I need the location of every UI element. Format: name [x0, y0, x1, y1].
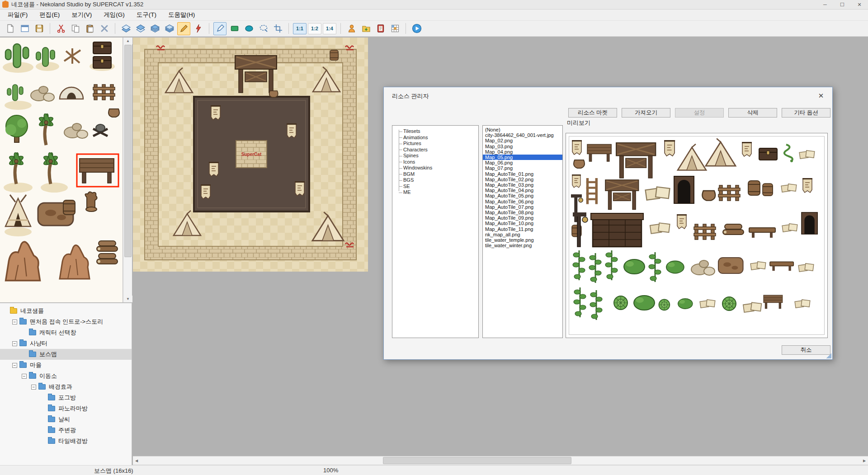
crop-tool-icon[interactable] — [271, 22, 284, 35]
category-characters[interactable]: Characters — [403, 147, 478, 153]
file-item[interactable]: Map_AutoTile_01.png — [483, 171, 562, 177]
cancel-button[interactable]: 취소 — [782, 345, 830, 355]
tree-item[interactable]: 타일배경방 — [0, 436, 132, 447]
tree-item[interactable]: 보스맵 — [0, 349, 132, 360]
file-item[interactable]: Map_04.png — [483, 149, 562, 155]
file-item[interactable]: Map_AutoTile_11.png — [483, 226, 562, 232]
category-pictures[interactable]: Pictures — [403, 141, 478, 147]
file-item[interactable]: Map_02.png — [483, 138, 562, 143]
tree-item[interactable]: −배경효과 — [0, 381, 132, 392]
pencil-tool-icon[interactable] — [177, 22, 190, 35]
category-bgs[interactable]: BGS — [403, 177, 478, 183]
tileset-grid-icon[interactable] — [388, 22, 401, 35]
tree-item[interactable]: −사냥터 — [0, 338, 132, 349]
import-button[interactable]: 가져오기 — [622, 108, 670, 118]
scrollbar-thumb[interactable] — [383, 457, 571, 464]
file-item[interactable]: (None) — [483, 127, 562, 132]
category-tilesets[interactable]: Tilesets — [403, 128, 478, 135]
menu-view[interactable]: 보기(V) — [66, 9, 98, 20]
tree-item[interactable]: 날씨 — [0, 414, 132, 425]
save-icon[interactable] — [33, 22, 46, 35]
file-item[interactable]: Map_AutoTile_10.png — [483, 221, 562, 226]
file-item[interactable]: Map_03.png — [483, 144, 562, 149]
scrollbar-thumb[interactable] — [124, 45, 132, 257]
delete-button[interactable]: 삭제 — [728, 108, 777, 118]
import-folder-icon[interactable] — [359, 22, 373, 35]
rect-tool-icon[interactable] — [228, 22, 241, 35]
event-tool-icon[interactable] — [192, 22, 205, 35]
ellipse-tool-icon[interactable] — [242, 22, 255, 35]
file-item[interactable]: Map_AutoTile_07.png — [483, 204, 562, 210]
file-item[interactable]: Map_07.png — [483, 165, 562, 171]
horizontal-scrollbar[interactable]: ◀ ▶ — [133, 456, 868, 465]
layer-3-icon[interactable] — [148, 22, 161, 35]
character-icon[interactable] — [345, 22, 358, 35]
file-item[interactable]: Map_AutoTile_08.png — [483, 210, 562, 215]
zoom-1-2-button[interactable]: 1:2 — [308, 23, 321, 34]
file-item[interactable]: nk_map_all.png — [483, 232, 562, 237]
lasso-tool-icon[interactable] — [257, 22, 270, 35]
tileset-palette-image[interactable] — [0, 38, 123, 302]
layer-all-icon[interactable] — [163, 22, 176, 35]
copy-icon[interactable] — [69, 22, 82, 35]
menu-edit[interactable]: 편집(E) — [33, 9, 66, 20]
layer-1-icon[interactable] — [119, 22, 132, 35]
minimize-button[interactable]: ─ — [816, 0, 834, 9]
tileset-panel[interactable] — [0, 38, 123, 302]
expander-icon[interactable]: − — [22, 374, 27, 379]
tree-item[interactable]: 주변광 — [0, 425, 132, 436]
resource-book-icon[interactable] — [374, 22, 387, 35]
file-item[interactable]: Map_AutoTile_02.png — [483, 177, 562, 182]
expander-icon[interactable]: − — [31, 385, 36, 390]
resize-grip[interactable] — [826, 353, 831, 358]
file-item[interactable]: Map_AutoTile_05.png — [483, 193, 562, 198]
scroll-down-icon[interactable]: ▼ — [123, 296, 132, 302]
category-icons[interactable]: Icons — [403, 159, 478, 165]
file-item[interactable]: city-3864462_640_001-vert.jpg — [483, 132, 562, 138]
layer-2-icon[interactable] — [134, 22, 147, 35]
category-bgm[interactable]: BGM — [403, 171, 478, 178]
file-item[interactable]: Map_06.png — [483, 160, 562, 165]
file-item[interactable]: Map_AutoTile_04.png — [483, 188, 562, 193]
maximize-button[interactable]: ☐ — [834, 0, 851, 9]
expander-icon[interactable]: − — [12, 320, 17, 325]
pen-tool-icon[interactable] — [213, 22, 226, 35]
cut-icon[interactable] — [54, 22, 67, 35]
title-bar[interactable]: 네코샘플 - Nekoland Studio by SUPERCAT v1.35… — [0, 0, 868, 9]
tileset-scrollbar[interactable]: ▲ ▼ — [123, 38, 132, 302]
tree-item[interactable]: 파노라마방 — [0, 403, 132, 414]
delete-icon[interactable] — [98, 22, 111, 35]
category-animations[interactable]: Animations — [403, 135, 478, 141]
category-me[interactable]: ME — [403, 189, 478, 196]
paste-icon[interactable] — [83, 22, 96, 35]
tree-item[interactable]: 네코샘플 — [0, 306, 132, 316]
expander-icon[interactable]: − — [12, 363, 17, 368]
tree-item[interactable]: −마을 — [0, 360, 132, 371]
menu-help[interactable]: 도움말(H) — [162, 9, 201, 20]
menu-tools[interactable]: 도구(T) — [131, 9, 162, 20]
category-se[interactable]: SE — [403, 183, 478, 190]
expander-icon[interactable]: − — [12, 341, 17, 346]
category-windowskins[interactable]: Windowskins — [403, 165, 478, 171]
zoom-1-4-button[interactable]: 1:4 — [323, 23, 336, 34]
new-file-icon[interactable] — [4, 22, 17, 35]
tree-item[interactable]: −맨처음 접속 인트로->스토리 — [0, 316, 132, 327]
resource-market-button[interactable]: 리소스 마켓 — [568, 108, 617, 118]
other-options-button[interactable]: 기타 옵션 — [782, 108, 830, 118]
file-item[interactable]: Map_05.png — [483, 155, 562, 160]
menu-game[interactable]: 게임(G) — [98, 9, 131, 20]
file-item[interactable]: Map_AutoTile_09.png — [483, 215, 562, 221]
map-canvas[interactable]: SuperCat — [133, 38, 368, 272]
file-item[interactable]: tile_water_winter.png — [483, 243, 562, 248]
close-button[interactable]: ✕ — [851, 0, 868, 9]
file-item[interactable]: tile_water_temple.png — [483, 237, 562, 243]
dialog-close-icon[interactable]: ✕ — [816, 91, 826, 101]
run-game-icon[interactable] — [410, 22, 423, 35]
tree-item[interactable]: 포그방 — [0, 392, 132, 403]
file-item[interactable]: Map_AutoTile_03.png — [483, 182, 562, 188]
tree-item[interactable]: −이동소 — [0, 371, 132, 381]
file-item[interactable]: Map_AutoTile_06.png — [483, 199, 562, 204]
tree-item[interactable]: 캐릭터 선택창 — [0, 327, 132, 338]
map-image[interactable]: SuperCat — [133, 38, 368, 272]
category-spines[interactable]: Spines — [403, 153, 478, 159]
